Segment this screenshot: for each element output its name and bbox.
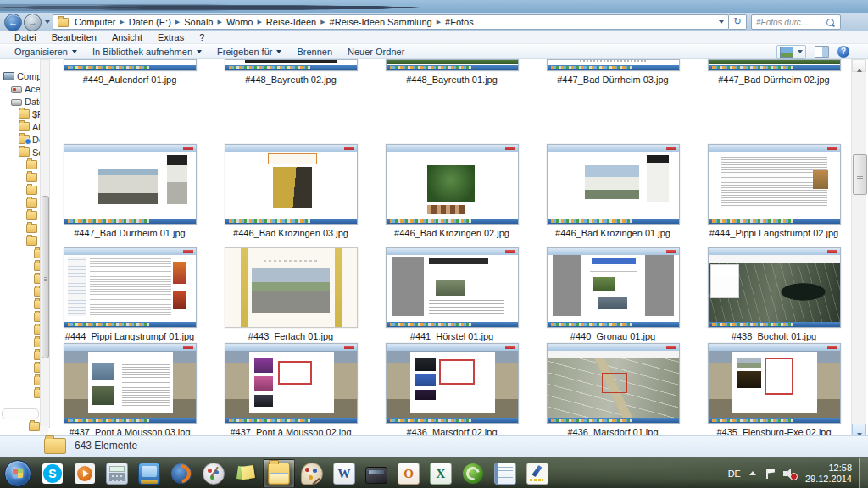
file-item[interactable]: #448_Bayreuth 02.jpg	[210, 59, 371, 85]
taskbar-remote-viewer[interactable]	[134, 460, 164, 487]
file-item[interactable]: #447_Bad Dürrheim 02.jpg	[693, 59, 851, 85]
organisieren-button[interactable]: Organisieren	[7, 46, 85, 58]
file-item[interactable]: #447_Bad Dürrheim 03.jpg	[532, 59, 693, 85]
file-item[interactable]: #448_Bayreuth 01.jpg	[371, 59, 532, 85]
tree-item[interactable]	[2, 324, 41, 336]
tree-item[interactable]	[2, 336, 41, 349]
menu-item[interactable]: ?	[192, 32, 212, 42]
breadcrumb-item[interactable]: #Fotos	[442, 17, 476, 27]
search-input[interactable]: #Fotos durc...	[752, 18, 826, 27]
search-box[interactable]: #Fotos durc...	[751, 14, 841, 30]
file-item[interactable]: #436_Marsdorf 01.jpg	[532, 343, 693, 436]
scroll-up-button[interactable]	[852, 59, 866, 72]
file-item[interactable]: #441_Hörstel 01.jpg	[371, 247, 532, 341]
menu-item[interactable]: Ansicht	[104, 32, 150, 42]
taskbar-scanner[interactable]	[361, 460, 392, 487]
taskbar-photo-gallery[interactable]	[198, 460, 229, 487]
action-center-icon[interactable]	[766, 469, 775, 479]
menu-item[interactable]: Extras	[150, 32, 192, 42]
breadcrumb-separator-icon[interactable]: ▶	[118, 19, 125, 25]
tree-item[interactable]	[2, 197, 41, 209]
file-item[interactable]: #440_Gronau 01.jpg	[532, 247, 693, 341]
file-item[interactable]: #449_Aulendorf 01.jpg	[51, 59, 210, 85]
tree-scrollbar-thumb[interactable]	[42, 196, 49, 358]
tree-item[interactable]: Date	[2, 95, 41, 108]
freigeben-für-button[interactable]: Freigeben für	[209, 46, 289, 58]
file-item[interactable]: #443_Ferlach 01.jpg	[210, 247, 371, 341]
taskbar-skype[interactable]: S	[37, 460, 68, 487]
brennen-button[interactable]: Brennen	[289, 46, 340, 58]
taskbar-media-player[interactable]	[70, 460, 100, 487]
tree-item[interactable]	[2, 362, 41, 374]
tree-item[interactable]: Ace	[2, 82, 41, 95]
tree-item[interactable]	[2, 184, 41, 197]
tree-item[interactable]	[2, 298, 41, 311]
menu-item[interactable]: Datei	[7, 32, 44, 42]
tree-item[interactable]: Comp	[2, 69, 41, 82]
tree-item[interactable]	[2, 273, 41, 286]
tree-item[interactable]	[2, 374, 41, 387]
tree-horizontal-scrollbar[interactable]	[2, 408, 39, 419]
language-indicator[interactable]: DE	[728, 469, 741, 479]
folder-icon[interactable]	[29, 422, 40, 431]
hidden-icons-button[interactable]	[749, 471, 756, 475]
taskbar-word[interactable]: W	[329, 460, 359, 487]
tree-item[interactable]	[2, 222, 41, 235]
tree-item[interactable]: $R	[2, 108, 41, 120]
clock[interactable]: 12:58 29.12.2014	[805, 463, 852, 485]
file-item[interactable]: #437_Pont à Mousson 02.jpg	[210, 343, 371, 436]
menu-item[interactable]: Bearbeiten	[44, 32, 104, 42]
tree-item[interactable]: So	[2, 146, 41, 158]
scroll-down-button[interactable]	[852, 424, 866, 436]
file-item[interactable]: #438_Bocholt 01.jpg	[693, 247, 851, 341]
refresh-button[interactable]: ↻	[729, 14, 747, 30]
tree-item[interactable]: Al	[2, 120, 41, 133]
file-item[interactable]: #446_Bad Krozingen 02.jpg	[371, 144, 532, 238]
recent-pages-dropdown-icon[interactable]	[45, 20, 50, 24]
tree-item[interactable]	[2, 235, 41, 247]
view-dropdown-icon[interactable]	[798, 50, 803, 53]
file-item[interactable]: #435_Flensburg-Exe 02.jpg	[693, 343, 851, 436]
background-window-titlebar[interactable]	[0, 0, 868, 13]
file-item[interactable]: #446_Bad Krozingen 01.jpg	[532, 144, 693, 238]
tree-item[interactable]	[2, 158, 41, 171]
tree-item[interactable]	[2, 311, 41, 324]
tree-item[interactable]	[2, 209, 41, 222]
address-bar[interactable]: Computer▶Daten (E:)▶Sonalb▶Womo▶Reise-Id…	[53, 14, 729, 30]
breadcrumb-item[interactable]: Reise-Ideen	[264, 17, 319, 27]
tree-scrollbar[interactable]	[40, 59, 50, 428]
scrollbar-thumb[interactable]	[853, 154, 867, 195]
volume-icon[interactable]	[783, 469, 795, 479]
taskbar-calculator[interactable]	[102, 460, 132, 487]
breadcrumb-item[interactable]: #Reise-Ideen Sammlung	[327, 17, 435, 27]
breadcrumb-item[interactable]: Daten (E:)	[126, 17, 174, 27]
breadcrumb-separator-icon[interactable]: ▶	[319, 19, 326, 25]
breadcrumb-item[interactable]: Computer	[72, 17, 118, 27]
file-item[interactable]: #444_Pippi Langstrumpf 01.jpg	[51, 247, 210, 341]
file-item[interactable]: #437_Pont à Mousson 03.jpg	[51, 343, 210, 436]
taskbar-explorer[interactable]	[263, 459, 295, 488]
file-item[interactable]: #446_Bad Krozingen 03.jpg	[210, 144, 371, 238]
taskbar-outlook[interactable]: O	[393, 460, 424, 487]
breadcrumb-item[interactable]: Sonalb	[181, 17, 215, 27]
taskbar-pen-tool[interactable]	[522, 460, 553, 487]
address-dropdown-icon[interactable]	[719, 20, 724, 24]
vertical-scrollbar[interactable]	[851, 59, 866, 436]
start-button[interactable]	[4, 460, 31, 487]
tree-item[interactable]	[2, 286, 41, 298]
taskbar-excel[interactable]: X	[426, 460, 456, 487]
taskbar-firefox[interactable]	[166, 460, 197, 487]
tree-item[interactable]	[2, 171, 41, 184]
taskbar-sticky-notes[interactable]	[231, 460, 261, 487]
breadcrumb-item[interactable]: Womo	[224, 17, 256, 27]
tree-item[interactable]	[2, 387, 41, 400]
taskbar-notepad[interactable]	[490, 460, 520, 487]
help-button[interactable]: ?	[837, 46, 849, 58]
tree-item[interactable]	[2, 349, 41, 362]
change-view-button[interactable]	[776, 45, 806, 59]
show-desktop-button[interactable]	[859, 458, 868, 488]
file-item[interactable]: #436_Marsdorf 02.jpg	[371, 343, 532, 436]
breadcrumb-separator-icon[interactable]: ▶	[255, 19, 263, 25]
tree-item[interactable]	[2, 247, 41, 260]
back-button[interactable]: ←	[4, 14, 22, 31]
